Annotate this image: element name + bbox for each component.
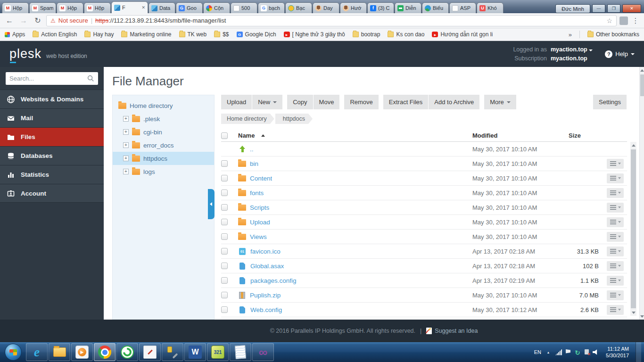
show-desktop-button[interactable] (636, 342, 641, 362)
bookmark-item[interactable]: Hay hay (84, 31, 114, 38)
bookmark-item[interactable]: Marketing online (121, 31, 171, 38)
file-name-link[interactable]: Puplish.zip (250, 292, 281, 299)
taskbar-item[interactable] (26, 343, 48, 361)
tree-item[interactable]: + error_docs (113, 139, 214, 152)
browser-tab[interactable]: Bạc (285, 2, 312, 13)
browser-menu-icon[interactable]: ⋮ (631, 16, 640, 25)
file-name-link[interactable]: Scripts (250, 204, 269, 211)
browser-tab[interactable]: bạch (258, 2, 285, 13)
row-menu-button[interactable] (607, 305, 624, 315)
tray-icon[interactable] (545, 349, 552, 355)
window-maximize-button[interactable]: ❐ (607, 4, 620, 13)
scroll-up-icon[interactable] (630, 142, 636, 148)
language-indicator[interactable]: EN (534, 349, 541, 355)
file-name-link[interactable]: Content (250, 175, 272, 182)
browser-tab[interactable]: Diễn (395, 2, 421, 13)
browser-tab[interactable]: Goo (176, 2, 203, 13)
toolbar-button[interactable]: Upload (221, 95, 252, 109)
scroll-down-icon[interactable] (639, 313, 644, 320)
column-header-modified[interactable]: Modified (472, 132, 562, 139)
suggest-idea-link[interactable]: Suggest an Idea (426, 328, 478, 334)
bookmark-item[interactable]: TK web (179, 31, 207, 38)
file-name-link[interactable]: fonts (250, 189, 264, 197)
sidebar-item[interactable]: Mail (0, 108, 104, 127)
row-checkbox[interactable] (221, 233, 228, 240)
file-name-link[interactable]: bin (250, 160, 258, 167)
row-checkbox[interactable] (221, 292, 228, 298)
browser-profile-button[interactable]: Đức Minh (555, 4, 590, 13)
tree-item[interactable]: + .plesk (113, 112, 214, 125)
address-bar[interactable]: ⚠ Not secure | https://112.213.89.21:844… (46, 15, 617, 26)
toolbar-button[interactable]: Add to Archive (429, 95, 479, 109)
taskbar-item[interactable] (1, 343, 25, 361)
bookmarks-overflow-icon[interactable]: » (569, 31, 572, 38)
file-name-link[interactable]: Views (250, 233, 267, 240)
taskbar-item[interactable] (230, 343, 251, 361)
bookmark-star-icon[interactable]: ☆ (606, 17, 612, 25)
row-menu-button[interactable] (607, 217, 624, 227)
toolbar-button[interactable]: Extract Files (383, 95, 429, 109)
bookmark-item[interactable]: Ks con dao (388, 31, 424, 38)
file-name-link[interactable]: Upload (250, 219, 270, 226)
sidebar-item[interactable]: Websites & Domains (0, 90, 104, 108)
file-name-link[interactable]: .. (250, 146, 254, 153)
file-name-link[interactable]: favicon.ico (250, 248, 281, 255)
tree-item[interactable]: + cgi-bin (113, 125, 214, 139)
row-menu-button[interactable] (607, 290, 624, 300)
tree-expander-icon[interactable]: + (123, 156, 129, 161)
taskbar-item[interactable] (116, 343, 138, 361)
toolbar-button[interactable]: New (252, 95, 282, 109)
taskbar-item[interactable] (94, 343, 116, 361)
browser-tab[interactable]: Data (149, 2, 175, 13)
scrollbar-thumb[interactable] (631, 149, 636, 308)
browser-tab[interactable]: Hộp (84, 2, 111, 13)
row-menu-button[interactable] (607, 276, 624, 286)
taskbar-item[interactable] (162, 343, 183, 361)
browser-tab[interactable]: Biểu (422, 2, 449, 13)
taskbar-item[interactable] (71, 343, 93, 361)
scroll-up-icon[interactable] (639, 67, 644, 74)
taskbar-item[interactable] (139, 343, 161, 361)
page-scrollbar[interactable] (639, 67, 644, 320)
tray-icon[interactable] (585, 349, 589, 354)
bookmark-item[interactable]: $$ (214, 31, 229, 38)
window-minimize-button[interactable]: — (592, 4, 605, 13)
tree-expander-icon[interactable]: + (123, 142, 129, 148)
tree-collapse-handle[interactable] (208, 189, 215, 219)
taskbar-item[interactable] (184, 343, 206, 361)
row-menu-button[interactable] (607, 203, 624, 213)
tree-item-home-directory[interactable]: Home directory (113, 99, 214, 112)
browser-tab[interactable]: Hộp (57, 2, 83, 13)
browser-tab[interactable]: Day (313, 2, 339, 13)
tree-item[interactable]: + httpdocs (113, 152, 214, 165)
logged-in-user-menu[interactable]: myaction.top (551, 45, 593, 54)
tree-item[interactable]: + logs (113, 165, 214, 178)
tray-icon[interactable] (593, 349, 599, 355)
refresh-button[interactable]: ↻ (32, 16, 43, 25)
taskbar-item[interactable] (207, 343, 229, 361)
bookmark-item[interactable]: Action English (33, 31, 77, 38)
settings-button[interactable]: Settings (593, 95, 627, 109)
other-bookmarks-button[interactable]: Other bookmarks (587, 31, 639, 38)
search-input[interactable] (6, 72, 98, 85)
sidebar-item[interactable]: Statistics (0, 165, 104, 184)
browser-tab[interactable]: Hộp (2, 2, 29, 13)
tab-close-icon[interactable]: ✕ (141, 5, 145, 10)
file-name-link[interactable]: Global.asax (250, 263, 284, 270)
scrollbar-thumb[interactable] (640, 74, 644, 96)
browser-tab[interactable]: Spam (29, 2, 56, 13)
toolbar-button[interactable]: More (484, 95, 516, 109)
extension-icon[interactable] (619, 16, 628, 25)
row-checkbox[interactable] (221, 263, 228, 269)
column-header-name[interactable]: Name (238, 132, 472, 139)
sidebar-item[interactable]: Account (0, 184, 104, 203)
browser-tab[interactable]: (3) C (367, 2, 394, 13)
row-menu-button[interactable] (607, 173, 624, 183)
browser-tab[interactable]: ASP (449, 2, 476, 13)
tree-expander-icon[interactable]: + (123, 169, 129, 174)
row-checkbox[interactable] (221, 306, 228, 313)
sidebar-item[interactable]: Databases (0, 146, 104, 165)
back-button[interactable]: ← (4, 16, 15, 25)
breadcrumb-item[interactable]: Home directory (221, 114, 274, 124)
file-name-link[interactable]: Web.config (250, 306, 282, 313)
